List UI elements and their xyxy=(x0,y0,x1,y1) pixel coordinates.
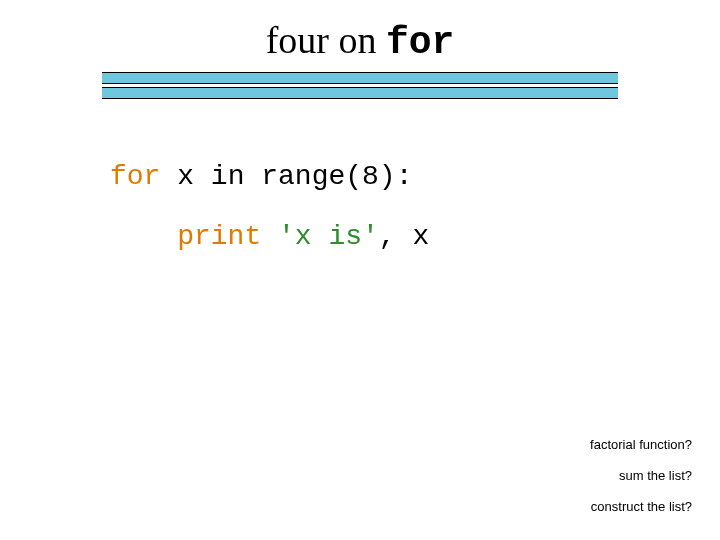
slide-title: four on for xyxy=(0,18,720,64)
space xyxy=(261,221,278,252)
code-line-1: for x in range(8): xyxy=(110,160,412,194)
title-underline xyxy=(102,72,618,99)
footer-notes: factorial function? sum the list? constr… xyxy=(590,421,692,514)
code-rest-1: x in range(8): xyxy=(160,161,412,192)
keyword-print: print xyxy=(177,221,261,252)
note-sum: sum the list? xyxy=(590,468,692,483)
code-tail-2: , x xyxy=(379,221,429,252)
note-factorial: factorial function? xyxy=(590,437,692,452)
rule-top xyxy=(102,72,618,84)
code-line-2: print 'x is', x xyxy=(110,220,429,254)
keyword-for: for xyxy=(110,161,160,192)
string-literal: 'x is' xyxy=(278,221,379,252)
rule-bottom xyxy=(102,87,618,99)
title-text-plain: four on xyxy=(266,19,386,61)
note-construct: construct the list? xyxy=(590,499,692,514)
title-text-code: for xyxy=(386,21,454,64)
